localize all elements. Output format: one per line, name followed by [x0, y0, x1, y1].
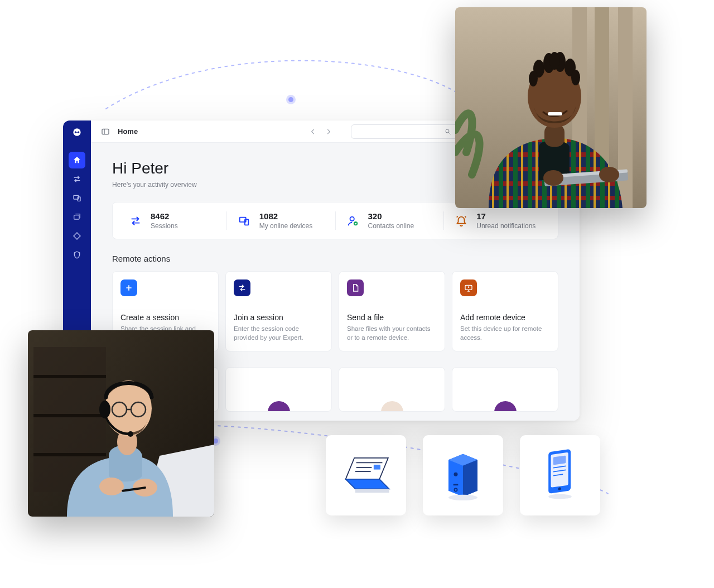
card-send-file[interactable]: Send a file Share files with your contac… — [339, 271, 445, 351]
contact-card[interactable] — [225, 367, 332, 412]
sidebar-item-shield[interactable] — [69, 247, 85, 263]
avatar — [494, 401, 517, 412]
svg-rect-3 — [74, 215, 79, 219]
svg-rect-17 — [33, 453, 106, 456]
sidebar-item-home[interactable] — [69, 152, 85, 168]
arrows-swap-icon — [234, 279, 250, 296]
svg-rect-16 — [33, 414, 106, 417]
tag-icon — [73, 232, 81, 240]
file-icon — [347, 279, 364, 296]
svg-point-64 — [448, 495, 477, 500]
home-icon — [73, 156, 81, 165]
stat-label: Unread notifications — [476, 222, 536, 230]
card-title: Add remote device — [460, 313, 550, 322]
devices-icon — [237, 214, 252, 228]
history-nav — [306, 125, 335, 138]
bell-icon — [454, 214, 469, 228]
device-tile-server[interactable] — [423, 435, 503, 515]
forward-button[interactable] — [322, 125, 335, 138]
shield-icon — [73, 250, 81, 259]
sidebar-item-screens[interactable] — [69, 209, 85, 225]
stat-contacts[interactable]: 320 Contacts online — [336, 211, 445, 230]
svg-rect-4 — [102, 129, 109, 134]
phone-icon — [531, 446, 589, 504]
devices-icon — [73, 194, 81, 203]
back-button[interactable] — [306, 125, 320, 138]
card-desc: Share files with your contacts or to a r… — [347, 324, 437, 342]
search-icon — [445, 128, 451, 135]
laptop-icon — [337, 446, 395, 504]
device-tiles — [326, 435, 600, 515]
monitor-plus-icon — [460, 279, 477, 296]
contact-card[interactable] — [339, 367, 445, 412]
card-desc: Enter the session code provided by your … — [234, 324, 324, 342]
sidebar-item-sessions[interactable] — [69, 171, 85, 187]
svg-rect-45 — [548, 112, 562, 115]
server-icon — [434, 446, 492, 504]
app-logo — [69, 124, 85, 141]
stat-value: 320 — [368, 211, 414, 221]
svg-marker-50 — [346, 458, 388, 479]
card-desc: Set this device up for remote access. — [460, 324, 550, 342]
window-stack-icon — [73, 213, 81, 221]
remote-actions-title: Remote actions — [112, 254, 558, 263]
stat-value: 1082 — [259, 211, 312, 221]
card-title: Create a session — [120, 313, 210, 322]
stat-label: My online devices — [259, 222, 312, 230]
user-check-icon — [346, 214, 360, 228]
photo-user-tablet — [455, 7, 647, 208]
page-title: Home — [118, 127, 138, 136]
svg-rect-15 — [33, 375, 106, 378]
svg-marker-55 — [346, 479, 389, 489]
svg-rect-52 — [374, 465, 380, 470]
svg-point-23 — [99, 401, 110, 418]
svg-point-6 — [446, 129, 449, 133]
card-join-session[interactable]: Join a session Enter the session code pr… — [225, 271, 332, 351]
device-tile-phone[interactable] — [520, 435, 600, 515]
svg-point-61 — [454, 473, 458, 476]
svg-marker-60 — [463, 460, 477, 497]
device-tile-laptop[interactable] — [326, 435, 406, 515]
stat-value: 8462 — [151, 211, 178, 221]
stat-label: Sessions — [151, 222, 178, 230]
path-dot — [288, 97, 293, 102]
svg-point-24 — [128, 431, 133, 437]
svg-line-7 — [448, 132, 450, 134]
card-add-remote-device[interactable]: Add remote device Set this device up for… — [452, 271, 558, 351]
stat-notifications[interactable]: 17 Unread notifications — [444, 211, 552, 230]
sidebar-item-devices[interactable] — [69, 190, 85, 206]
chevron-right-icon — [325, 128, 332, 136]
svg-point-44 — [549, 52, 559, 70]
svg-point-49 — [599, 167, 619, 182]
svg-point-43 — [571, 70, 580, 85]
arrows-swap-icon — [73, 175, 81, 184]
stat-devices[interactable]: 1082 My online devices — [227, 211, 336, 230]
svg-point-48 — [543, 170, 563, 186]
svg-point-42 — [529, 71, 538, 86]
svg-point-10 — [350, 216, 354, 220]
panel-toggle-icon[interactable] — [101, 127, 110, 136]
card-title: Join a session — [234, 313, 324, 322]
arrows-swap-icon — [128, 214, 143, 228]
plus-icon — [120, 279, 137, 296]
stat-label: Contacts online — [368, 222, 414, 230]
avatar — [268, 401, 290, 412]
avatar — [381, 401, 403, 412]
photo-support-agent — [28, 330, 214, 517]
sidebar-item-tag[interactable] — [69, 228, 85, 244]
chevron-left-icon — [309, 128, 317, 136]
stat-sessions[interactable]: 8462 Sessions — [118, 211, 227, 230]
card-title: Send a file — [347, 313, 437, 322]
svg-point-25 — [99, 478, 124, 495]
contact-card[interactable] — [452, 367, 558, 412]
stat-value: 17 — [476, 211, 536, 221]
svg-point-72 — [548, 494, 572, 499]
svg-rect-62 — [454, 484, 459, 486]
svg-marker-57 — [355, 489, 389, 493]
